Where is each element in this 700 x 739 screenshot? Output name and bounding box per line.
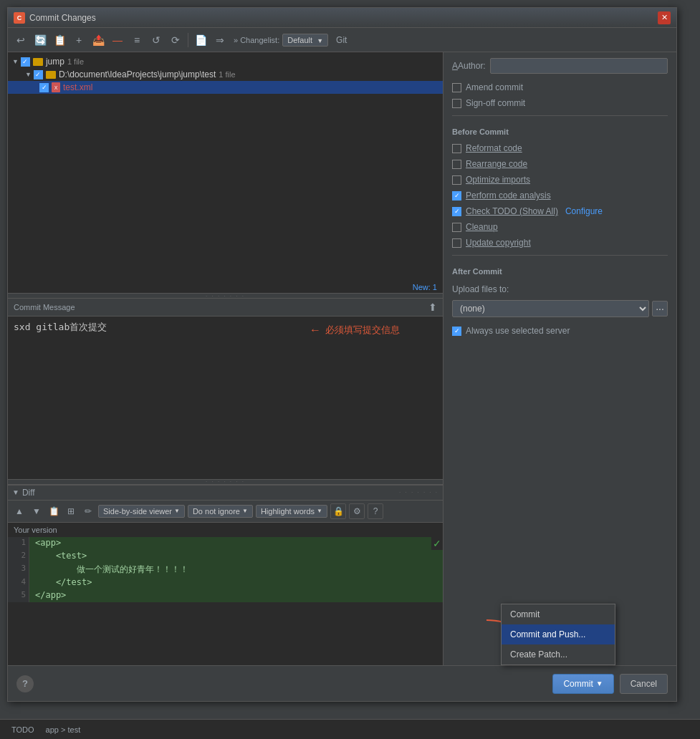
todo-configure-link[interactable]: Configure bbox=[565, 206, 603, 216]
toolbar-btn-10[interactable]: 📄 bbox=[192, 32, 209, 49]
tree-item-file[interactable]: ✓ X test.xml bbox=[8, 81, 443, 94]
help-button[interactable]: ? bbox=[16, 675, 34, 692]
tree-checkbox-jump[interactable]: ✓ bbox=[21, 57, 30, 67]
reformat-checkbox[interactable] bbox=[452, 144, 461, 153]
line-content-5: </app> bbox=[29, 589, 443, 602]
toolbar-btn-9[interactable]: ⟳ bbox=[167, 32, 184, 49]
amend-checkbox[interactable] bbox=[452, 83, 461, 92]
diff-edit-btn[interactable]: ✏ bbox=[81, 504, 95, 518]
rearrange-checkbox[interactable] bbox=[452, 160, 461, 169]
line-content-2: <test> bbox=[29, 550, 443, 563]
copyright-checkbox[interactable] bbox=[452, 238, 461, 248]
diff-prev-btn[interactable]: ▲ bbox=[12, 504, 27, 518]
commit-button[interactable]: Commit ▼ bbox=[552, 674, 613, 694]
always-selected-item[interactable]: ✓ Always use selected server bbox=[452, 324, 668, 337]
changelist-label: » Changelist: bbox=[234, 36, 279, 44]
changelist-area: » Changelist: Default ▼ bbox=[234, 34, 328, 47]
analyze-item[interactable]: ✓ Perform code analysis bbox=[452, 189, 668, 202]
diff-ignore-dropdown[interactable]: Do not ignore ▼ bbox=[188, 505, 253, 518]
diff-viewer-dropdown[interactable]: Side-by-side viewer ▼ bbox=[98, 505, 185, 518]
taskbar: TODO app > test bbox=[0, 719, 700, 739]
todo-checkbox[interactable]: ✓ bbox=[452, 207, 461, 216]
diff-section: ▼ Diff · · · · · · · ▲ ▼ 📋 ⊞ ✏ Side-by-s… bbox=[8, 485, 443, 666]
commit-msg-input[interactable]: sxd gitlab首次提交 bbox=[8, 317, 443, 359]
copyright-label: Update copyright bbox=[466, 238, 531, 248]
rearrange-item[interactable]: Rearrange code bbox=[452, 158, 668, 170]
commit-msg-header: Commit Message ⬆ bbox=[8, 299, 443, 317]
toolbar-btn-11[interactable]: ⇒ bbox=[211, 32, 229, 49]
toolbar-btn-6[interactable]: — bbox=[109, 32, 126, 49]
resize-handle-1[interactable]: · · · · · · · bbox=[8, 293, 443, 299]
rearrange-label: Rearrange code bbox=[466, 159, 527, 169]
tree-arrow-jump: ▼ bbox=[12, 58, 19, 65]
dropdown-item-commit-push[interactable]: Commit and Push... bbox=[502, 624, 615, 644]
before-commit-header: Before Commit bbox=[452, 127, 668, 136]
bottom-bar: ? Commit ▼ Cancel bbox=[8, 665, 676, 701]
tree-checkbox-file[interactable]: ✓ bbox=[39, 83, 49, 92]
commit-dropdown-menu: Commit Commit and Push... Create Patch..… bbox=[501, 604, 615, 665]
author-label: AAuthor: bbox=[452, 61, 486, 71]
diff-version-label: Your version bbox=[8, 523, 443, 537]
diff-content[interactable]: Your version 1 <app> ✓ 2 <test> 3 bbox=[8, 523, 443, 666]
toolbar-btn-7[interactable]: ≡ bbox=[128, 32, 145, 49]
taskbar-todo[interactable]: TODO bbox=[6, 725, 40, 734]
changelist-dropdown[interactable]: Default ▼ bbox=[282, 34, 328, 47]
diff-resize-dots: · · · · · · · bbox=[399, 489, 438, 496]
tree-checkbox-folder[interactable]: ✓ bbox=[34, 70, 43, 79]
toolbar-btn-8[interactable]: ↺ bbox=[148, 32, 165, 49]
amend-commit-item[interactable]: Amend commit bbox=[452, 81, 668, 94]
commit-msg-expand-btn[interactable]: ⬆ bbox=[428, 301, 437, 313]
always-selected-checkbox[interactable]: ✓ bbox=[452, 327, 461, 336]
copyright-item[interactable]: Update copyright bbox=[452, 236, 668, 249]
signoff-checkbox[interactable] bbox=[452, 99, 461, 108]
dropdown-item-create-patch[interactable]: Create Patch... bbox=[502, 644, 615, 665]
author-input[interactable] bbox=[490, 58, 668, 74]
separator-right-1 bbox=[452, 115, 668, 116]
tree-count-folder: 1 file bbox=[219, 70, 235, 79]
line-num-3: 3 bbox=[8, 563, 29, 576]
optimize-item[interactable]: Optimize imports bbox=[452, 173, 668, 186]
main-toolbar: ↩ 🔄 📋 + 📤 — ≡ ↺ ⟳ 📄 ⇒ » Changelist: Defa… bbox=[8, 28, 676, 52]
diff-title: ▼ Diff bbox=[12, 488, 35, 498]
optimize-label: Optimize imports bbox=[466, 175, 530, 185]
close-button[interactable]: ✕ bbox=[658, 11, 671, 24]
toolbar-btn-4[interactable]: + bbox=[70, 32, 87, 49]
optimize-checkbox[interactable] bbox=[452, 175, 461, 185]
dropdown-item-commit[interactable]: Commit bbox=[502, 604, 615, 624]
cancel-button[interactable]: Cancel bbox=[620, 674, 668, 694]
line-content-1: <app> bbox=[29, 537, 431, 550]
upload-row: Upload files to: bbox=[452, 284, 668, 294]
dialog-window: C Commit Changes ✕ ↩ 🔄 📋 + 📤 — ≡ ↺ ⟳ 📄 ⇒… bbox=[7, 7, 677, 702]
toolbar-btn-5[interactable]: 📤 bbox=[90, 32, 107, 49]
line-num-2: 2 bbox=[8, 550, 29, 563]
toolbar-btn-1[interactable]: ↩ bbox=[12, 32, 29, 49]
reformat-item[interactable]: Reformat code bbox=[452, 142, 668, 155]
upload-more-btn[interactable]: ··· bbox=[652, 301, 668, 317]
diff-settings-btn[interactable]: ⚙ bbox=[349, 503, 365, 519]
resize-handle-2[interactable]: · · · · · · · bbox=[8, 479, 443, 485]
analyze-checkbox[interactable]: ✓ bbox=[452, 191, 461, 201]
todo-item[interactable]: ✓ Check TODO (Show All) Configure bbox=[452, 205, 668, 218]
diff-highlight-dropdown[interactable]: Highlight words ▼ bbox=[256, 505, 327, 518]
diff-help-btn[interactable]: ? bbox=[368, 503, 383, 519]
file-tree[interactable]: ▼ ✓ jump 1 file ▼ ✓ D:\document\IdeaProj… bbox=[8, 52, 443, 281]
diff-split-btn[interactable]: ⊞ bbox=[64, 504, 78, 518]
toolbar-btn-3[interactable]: 📋 bbox=[51, 32, 68, 49]
diff-next-btn[interactable]: ▼ bbox=[29, 504, 44, 518]
diff-copy-btn[interactable]: 📋 bbox=[47, 504, 61, 518]
diff-lines: 1 <app> ✓ 2 <test> 3 做一个测试的好青年！！！！ bbox=[8, 537, 443, 602]
commit-dropdown-arrow: ▼ bbox=[596, 680, 603, 687]
tree-item-jump[interactable]: ▼ ✓ jump 1 file bbox=[8, 55, 443, 68]
cleanup-item[interactable]: Cleanup bbox=[452, 221, 668, 233]
upload-dropdown[interactable]: (none) bbox=[452, 300, 649, 317]
diff-header: ▼ Diff · · · · · · · bbox=[8, 486, 443, 501]
right-panel: AAuthor: Amend commit Sign-off commit Be… bbox=[444, 52, 676, 665]
signoff-commit-item[interactable]: Sign-off commit bbox=[452, 97, 668, 110]
diff-lock-btn[interactable]: 🔒 bbox=[330, 503, 346, 519]
toolbar-btn-2[interactable]: 🔄 bbox=[32, 32, 49, 49]
cleanup-checkbox[interactable] bbox=[452, 223, 461, 232]
tree-item-folder[interactable]: ▼ ✓ D:\document\IdeaProjects\jump\jump\t… bbox=[8, 68, 443, 81]
line-num-1: 1 bbox=[8, 537, 29, 550]
diff-collapse-arrow[interactable]: ▼ bbox=[12, 488, 19, 496]
analyze-label: Perform code analysis bbox=[466, 190, 551, 201]
